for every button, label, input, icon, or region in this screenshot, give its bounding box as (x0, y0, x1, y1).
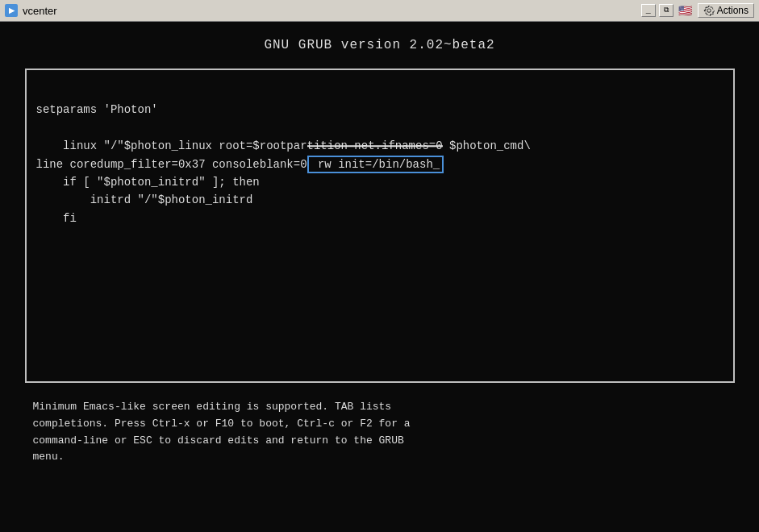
footer-line2: completions. Press Ctrl-x or F10 to boot… (33, 416, 727, 433)
footer-line4: menu. (33, 449, 727, 466)
grub-footer: Minimum Emacs-like screen editing is sup… (25, 399, 735, 466)
gear-icon (703, 5, 715, 16)
grub-code: setparams 'Photon' linux "/"$photon_linu… (36, 83, 724, 246)
striked-text: tition net.ifnames=0 (307, 137, 443, 155)
code-setparams: setparams 'Photon' (36, 103, 158, 116)
highlighted-command: rw init=/bin/bash_ (307, 156, 444, 173)
window-title: vcenter (23, 5, 57, 17)
title-bar-controls: _ ⧉ 🇺🇸 Actions (641, 3, 754, 18)
footer-line3: command-line or ESC to discard edits and… (33, 433, 727, 450)
grub-editor-box[interactable]: setparams 'Photon' linux "/"$photon_linu… (25, 69, 735, 383)
grub-header: GNU GRUB version 2.02~beta2 (264, 38, 494, 52)
minimize-button[interactable]: _ (641, 4, 656, 17)
actions-button[interactable]: Actions (698, 3, 754, 18)
main-content: GNU GRUB version 2.02~beta2 setparams 'P… (0, 22, 759, 532)
code-linux-line: linux "/"$photon_linux root=$rootpartiti… (36, 139, 531, 225)
app-icon: ▶ (5, 4, 18, 17)
actions-label: Actions (717, 5, 749, 16)
footer-line1: Minimum Emacs-like screen editing is sup… (33, 399, 727, 416)
title-bar: ▶ vcenter _ ⧉ 🇺🇸 Actions (0, 0, 759, 22)
flag-icon: 🇺🇸 (677, 4, 694, 17)
title-bar-left: ▶ vcenter (5, 4, 57, 17)
maximize-button[interactable]: ⧉ (659, 4, 674, 17)
